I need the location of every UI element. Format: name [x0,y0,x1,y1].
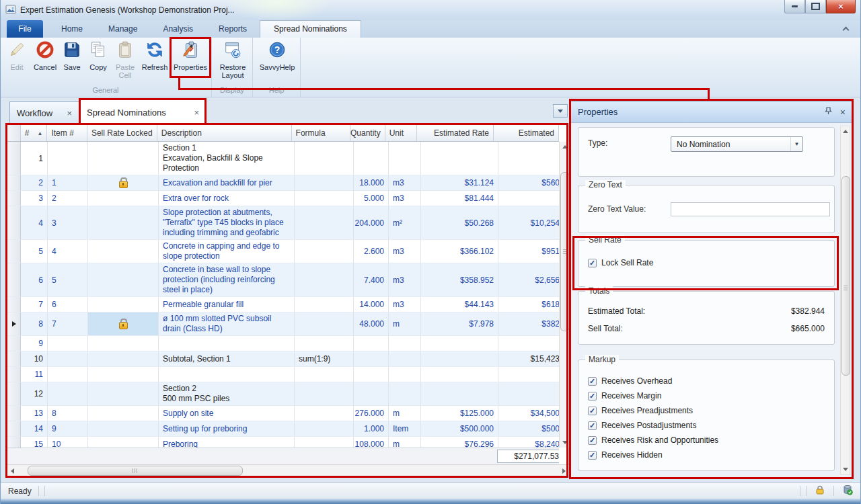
context-tab-glow [227,0,328,20]
totals-legend: Totals [585,286,613,296]
col-header-unit[interactable]: Unit [385,125,418,141]
receives-hidden-checkbox[interactable]: ✓ Receives Hidden [588,450,825,460]
markup-group: Markup ✓ Receives Overhead ✓ Receives Ma… [578,360,835,471]
scroll-right-icon[interactable] [559,466,569,476]
current-row-marker-icon [12,321,16,327]
lock-icon [119,322,128,329]
type-dropdown-value: No Nomination [671,140,790,149]
table-row[interactable]: 11 [7,367,559,382]
grid-vertical-scrollbar[interactable] [559,142,569,448]
lock-status-icon[interactable] [815,485,825,497]
col-header-estimated[interactable]: Estimated [494,125,559,141]
zero-text-value-input[interactable] [671,202,830,216]
cancel-button[interactable]: Cancel [31,38,59,85]
estimated-total-value: $382.944 [791,306,825,316]
tab-analysis[interactable]: Analysis [150,20,206,38]
doc-tab-spread-nominations[interactable]: Spread Nominations × [79,99,207,125]
tab-manage[interactable]: Manage [96,20,150,38]
receives-preadjustments-checkbox[interactable]: ✓ Receives Preadjustments [588,406,825,415]
table-row[interactable]: 32Extra over for rock5.000m3$81.444 [7,191,559,206]
scroll-up-icon[interactable] [840,126,850,136]
restore-layout-icon [223,40,243,62]
checkbox-checked-icon: ✓ [588,436,597,445]
table-row[interactable]: 149Setting up for preboring1.000Item$500… [7,421,559,437]
horizontal-scroll-thumb[interactable] [28,466,243,476]
col-header-num[interactable]: #▲ [21,125,48,141]
tab-home[interactable]: Home [48,20,96,38]
zero-text-value-label: Zero Text Value: [588,204,670,214]
selected-cell[interactable] [88,312,159,335]
restore-layout-button[interactable]: Restore Layout [215,38,251,85]
type-dropdown[interactable]: No Nomination ▼ [671,136,803,152]
close-button[interactable]: × [826,0,856,13]
spread-nominations-grid: #▲ Item # Sell Rate Locked Description F… [7,124,568,476]
col-header-item[interactable]: Item # [47,125,87,141]
grid-horizontal-scrollbar[interactable] [7,464,569,476]
tab-reports[interactable]: Reports [206,20,260,38]
panel-close-icon[interactable]: × [840,107,846,118]
maximize-icon [811,3,820,10]
panel-scroll-thumb[interactable] [841,176,850,376]
properties-panel-header: Properties × [571,101,852,123]
refresh-icon [145,40,165,62]
lock-icon [119,181,128,188]
checkbox-checked-icon: ✓ [588,259,597,267]
refresh-button[interactable]: Refresh [139,38,171,85]
table-row[interactable]: 10Subtotal, Section 1sum(1:9)$15,423 [7,351,559,367]
table-row[interactable]: 1510Preboring108.000m$76.296$8,240 [7,437,559,448]
close-tab-icon[interactable]: × [194,108,199,118]
lock-sell-rate-checkbox[interactable]: ✓ Lock Sell Rate [588,258,825,267]
table-row[interactable]: 138Supply on site276.000m$125.000$34,500 [7,406,559,421]
receives-risk-and-opportunities-checkbox[interactable]: ✓ Receives Risk and Opportunities [588,435,825,445]
scroll-down-icon[interactable] [840,464,850,474]
table-row[interactable]: 21Excavation and backfill for pier18.000… [7,175,559,191]
table-row[interactable]: 43Slope protection at abutments, "Terraf… [7,206,559,240]
table-row selected-row[interactable]: 87ø 100 mm slotted PVC subsoil drain (Cl… [7,312,559,336]
col-header-quantity[interactable]: Quantity [350,125,385,141]
database-status-icon[interactable] [842,485,853,497]
table-row[interactable]: 9 [7,336,559,351]
edit-button[interactable]: Edit [3,38,31,85]
close-icon: × [838,1,844,11]
vertical-scroll-thumb[interactable] [560,172,570,331]
paste-cell-button[interactable]: Paste Cell [112,38,139,85]
status-bar: Ready [0,482,861,499]
svg-text:?: ? [274,44,280,55]
minimize-button[interactable] [784,0,805,13]
tab-spread-nominations[interactable]: Spread Nominations [260,20,361,38]
table-row[interactable]: 76Permeable granular fill14.000m3$44.143… [7,297,559,312]
grand-total-cell: $271,077.53 [497,450,559,463]
chevron-down-icon [558,110,563,113]
save-button[interactable]: Save [59,38,85,85]
col-header-formula[interactable]: Formula [292,125,350,141]
col-header-sell-rate-locked[interactable]: Sell Rate Locked [87,125,157,141]
scroll-left-icon[interactable] [7,466,17,476]
lock-sell-rate-label: Lock Sell Rate [601,258,653,267]
scroll-down-icon[interactable] [560,437,570,448]
maximize-button[interactable] [805,0,826,13]
tab-file[interactable]: File [7,20,43,38]
scroll-up-icon[interactable] [560,142,570,152]
table-row[interactable]: 65Concrete in base wall to slope protect… [7,263,559,297]
panel-vertical-scrollbar[interactable] [840,126,850,475]
close-tab-icon[interactable]: × [67,108,72,118]
table-row[interactable]: 54Concrete in capping and edge to slope … [7,240,559,263]
receives-margin-checkbox[interactable]: ✓ Receives Margin [588,391,825,401]
receives-postadjustments-checkbox[interactable]: ✓ Receives Postadjustments [588,421,825,430]
col-header-description[interactable]: Description [157,125,292,141]
checkbox-checked-icon: ✓ [588,377,597,386]
tab-list-dropdown-button[interactable] [553,104,568,118]
properties-button[interactable]: Properties [171,38,210,85]
col-header-estimated-rate[interactable]: Estimated Rate [417,125,494,141]
checkbox-checked-icon: ✓ [588,392,597,401]
copy-button[interactable]: Copy [85,38,112,85]
pin-icon[interactable] [825,107,832,117]
receives-overhead-checkbox[interactable]: ✓ Receives Overhead [588,376,825,386]
doc-tab-workflow[interactable]: Workflow × [9,101,79,124]
table-row[interactable]: 12Section 2 500 mm PSC piles [7,382,559,406]
ribbon-tab-bar: File Home Manage Analysis Reports Spread… [0,20,861,38]
save-icon [62,40,82,62]
collapse-ribbon-icon[interactable] [843,26,849,32]
savvyhelp-button[interactable]: ? SavvyHelp [256,38,299,85]
table-row[interactable]: 1Section 1 Excavation, Backfill & Slope … [7,142,559,175]
